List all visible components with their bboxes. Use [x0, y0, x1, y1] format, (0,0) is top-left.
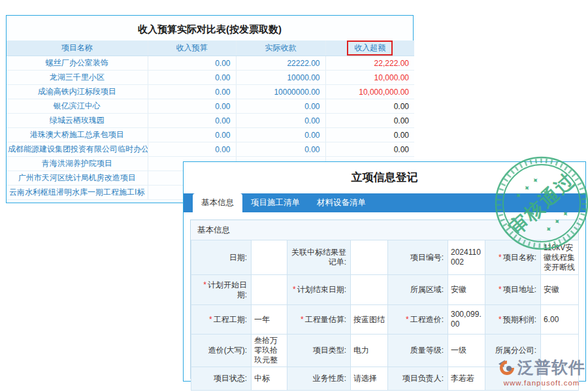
excess-value-cell: 22,222.00 — [325, 56, 414, 71]
field-label: 项目编号: — [388, 240, 448, 275]
actual-value-cell: 0.00 — [236, 142, 325, 157]
field-value[interactable] — [351, 275, 388, 305]
project-name-link[interactable]: 螺丝厂办公室装饰 — [7, 56, 148, 71]
field-label: 关联中标结果登记单: — [287, 240, 351, 275]
column-header-income-budget: 收入预算 — [148, 41, 236, 56]
field-value[interactable]: 安徽 — [448, 275, 485, 305]
required-asterisk: * — [209, 315, 212, 324]
required-asterisk: * — [498, 253, 502, 262]
actual-value-cell: 10000000.00 — [236, 85, 325, 99]
project-name-link[interactable]: 绿城云栖玫瑰园 — [7, 114, 148, 128]
required-asterisk: * — [301, 315, 304, 324]
table-row: 螺丝厂办公室装饰0.0022222.0022,222.00 — [7, 56, 414, 71]
project-name-link[interactable]: 银亿滨江中心 — [7, 99, 148, 114]
project-name-link[interactable]: 港珠澳大桥施工总承包项目 — [7, 128, 148, 142]
dialog-tab[interactable]: 材料设备清单 — [308, 193, 374, 212]
field-label: *工程工期: — [191, 305, 252, 335]
field-value[interactable]: 2024110002 — [448, 240, 485, 275]
budget-value-cell: 0.00 — [148, 114, 236, 128]
excess-value-cell: 10,000.00 — [325, 71, 414, 85]
field-label: 业务性质: — [287, 367, 351, 391]
field-label: 项目状态: — [191, 367, 252, 391]
excess-value-cell: 0.00 — [325, 114, 414, 128]
budget-value-cell: 0.00 — [148, 128, 236, 142]
budget-value-cell: 0.00 — [148, 71, 236, 85]
actual-value-cell: 10000.00 — [236, 71, 325, 85]
field-label: *工程量估算: — [287, 305, 351, 335]
column-header-income-excess: 收入超额 — [325, 41, 414, 56]
field-label: *项目名称: — [485, 240, 541, 275]
field-value[interactable]: 李若若 — [448, 367, 485, 391]
column-header-project-name: 项目名称 — [7, 41, 148, 56]
table-row: 龙湖三千里小区0.0010000.0010,000.00 — [7, 71, 414, 85]
field-value[interactable] — [252, 240, 287, 275]
field-value[interactable] — [252, 275, 287, 305]
column-header-actual-receipt: 实际收款 — [236, 41, 325, 56]
project-name-link[interactable]: 云南水利枢纽潜明水库一期工程施工I标 — [7, 186, 148, 200]
field-value[interactable]: 按蓝图结 — [351, 305, 388, 335]
actual-value-cell: 0.00 — [236, 114, 325, 128]
field-value[interactable]: 请选择 — [351, 367, 388, 391]
field-label: 日期: — [191, 240, 252, 275]
table-row: 成渝高铁内江标段项目0.0010000000.0010,000,000.00 — [7, 85, 414, 99]
project-name-link[interactable]: 龙湖三千里小区 — [7, 71, 148, 85]
dialog-tabbar: 基本信息项目施工清单材料设备清单 — [184, 193, 585, 212]
vendor-url-text: www.fanpusoft.com — [497, 379, 587, 387]
field-label: 造价(大写): — [191, 335, 252, 367]
field-label: 所属区域: — [388, 275, 448, 305]
project-name-link[interactable]: 成都能源建设集团投资有限公司临时办公场所装 — [7, 142, 148, 157]
field-label: *预期利润: — [485, 305, 541, 335]
field-value[interactable]: 6.00 — [541, 305, 579, 335]
table-row: 成都能源建设集团投资有限公司临时办公场所装0.000.000.00 — [7, 142, 414, 157]
actual-value-cell: 22222.00 — [236, 56, 325, 71]
field-value[interactable]: 110kV安徽线程集变开断线 — [541, 240, 579, 275]
field-label: 质量等级: — [388, 335, 448, 367]
dialog-title: 立项信息登记 — [184, 170, 585, 185]
form-row: *工程工期:一年*工程量估算:按蓝图结*工程造价:300,099.00*预期利润… — [191, 305, 579, 335]
required-asterisk: * — [498, 285, 502, 294]
table-row: 绿城云栖玫瑰园0.000.000.00 — [7, 114, 414, 128]
field-value[interactable]: 安徽 — [541, 275, 579, 305]
budget-compare-title: 收入预算实际对比表(按发票取数) — [7, 16, 413, 41]
field-label: 项目负责人: — [388, 367, 448, 391]
project-name-link[interactable]: 成渝高铁内江标段项目 — [7, 85, 148, 99]
table-row: 银亿滨江中心0.000.000.00 — [7, 99, 414, 114]
budget-value-cell: 0.00 — [148, 142, 236, 157]
excess-value-cell: 0.00 — [325, 99, 414, 114]
field-value[interactable]: 中标 — [252, 367, 287, 391]
field-value[interactable]: 一年 — [252, 305, 287, 335]
project-name-link[interactable]: 青海洪湖养护院项目 — [7, 157, 148, 171]
form-row: 日期:关联中标结果登记单:项目编号:2024110002*项目名称:110kV安… — [191, 240, 579, 275]
field-label: *工程造价: — [388, 305, 448, 335]
field-label: *项目地址: — [485, 275, 541, 305]
excess-value-cell: 0.00 — [325, 128, 414, 142]
field-value[interactable]: 一级 — [448, 335, 485, 367]
project-name-link[interactable]: 广州市天河区统计局机房改造项目 — [7, 171, 148, 186]
required-asterisk: * — [203, 280, 206, 289]
field-label: 项目类型: — [287, 335, 351, 367]
project-registration-dialog: 立项信息登记 基本信息项目施工清单材料设备清单 基本信息 日期:关联中标结果登记… — [183, 161, 586, 382]
field-value[interactable]: 电力 — [351, 335, 388, 367]
field-value[interactable]: 叁拾万零玖拾玖元整 — [252, 335, 287, 367]
excess-value-cell: 0.00 — [325, 142, 414, 157]
field-value[interactable] — [351, 240, 388, 275]
vendor-logo-icon — [498, 359, 517, 377]
vendor-brand-text: 泛普软件 — [517, 357, 585, 378]
dialog-tab[interactable]: 基本信息 — [193, 193, 242, 212]
budget-value-cell: 0.00 — [148, 99, 236, 114]
budget-value-cell: 0.00 — [148, 85, 236, 99]
required-asterisk: * — [293, 285, 296, 294]
table-row: 港珠澳大桥施工总承包项目0.000.000.00 — [7, 128, 414, 142]
required-asterisk: * — [406, 315, 409, 324]
excess-value-cell: 10,000,000.00 — [325, 85, 414, 99]
table-header-row: 项目名称 收入预算 实际收款 收入超额 — [7, 41, 414, 56]
section-title: 基本信息 — [191, 220, 578, 240]
field-label: *计划开始日期: — [191, 275, 252, 305]
basic-info-panel: 基本信息 日期:关联中标结果登记单:项目编号:2024110002*项目名称:1… — [190, 220, 579, 379]
field-value[interactable]: 300,099.00 — [448, 305, 485, 335]
required-asterisk: * — [498, 315, 502, 324]
budget-value-cell: 0.00 — [148, 56, 236, 71]
actual-value-cell: 0.00 — [236, 99, 325, 114]
actual-value-cell: 0.00 — [236, 128, 325, 142]
dialog-tab[interactable]: 项目施工清单 — [242, 193, 308, 212]
